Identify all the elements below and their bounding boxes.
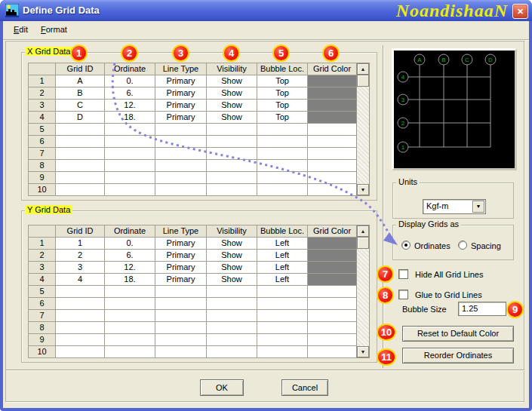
table-cell[interactable] (155, 172, 207, 184)
table-cell[interactable] (155, 184, 207, 196)
table-cell[interactable]: Primary (155, 262, 207, 274)
scroll-track[interactable] (357, 87, 369, 184)
table-cell[interactable]: 3 (56, 262, 105, 274)
table-cell[interactable] (155, 286, 207, 298)
table-cell[interactable] (155, 136, 207, 148)
radio-ordinates[interactable] (401, 241, 411, 250)
grid-color-cell[interactable] (308, 322, 357, 334)
table-cell[interactable] (207, 172, 257, 184)
table-cell[interactable]: Show (207, 87, 257, 100)
table-cell[interactable]: 12. (105, 100, 155, 112)
scroll-down-icon[interactable]: ▼ (357, 184, 369, 195)
dropdown-arrow-icon[interactable]: ▼ (472, 201, 484, 213)
table-cell[interactable]: 6. (105, 87, 155, 100)
x-grid-table[interactable]: Grid IDOrdinateLine TypeVisibilityBubble… (28, 63, 357, 196)
table-cell[interactable]: 4 (56, 274, 105, 286)
table-cell[interactable]: Left (257, 238, 308, 250)
table-cell[interactable] (56, 184, 105, 196)
table-cell[interactable] (207, 298, 257, 310)
units-dropdown[interactable]: Kgf-m ▼ (423, 199, 486, 214)
table-cell[interactable] (257, 160, 308, 172)
table-cell[interactable]: Primary (155, 87, 207, 100)
table-cell[interactable]: C (56, 100, 105, 112)
grid-color-cell[interactable] (308, 124, 357, 136)
table-cell[interactable] (56, 346, 105, 358)
table-cell[interactable] (56, 172, 105, 184)
grid-color-cell[interactable] (308, 172, 357, 184)
table-cell[interactable]: Left (257, 274, 308, 286)
table-cell[interactable]: 12. (105, 262, 155, 274)
table-cell[interactable] (155, 334, 207, 346)
table-cell[interactable]: Primary (155, 274, 207, 286)
table-cell[interactable] (207, 124, 257, 136)
table-cell[interactable]: Show (207, 262, 257, 274)
table-cell[interactable]: Show (207, 75, 257, 87)
table-cell[interactable] (155, 310, 207, 322)
table-cell[interactable]: Show (207, 112, 257, 124)
radio-ordinates-label[interactable]: Ordinates (414, 241, 451, 250)
table-cell[interactable] (105, 286, 155, 298)
table-cell[interactable] (105, 322, 155, 334)
grid-color-cell[interactable] (308, 148, 357, 160)
hide-all-grid-lines-label[interactable]: Hide All Grid Lines (415, 270, 484, 279)
table-cell[interactable] (155, 298, 207, 310)
table-cell[interactable] (207, 286, 257, 298)
scroll-down-icon[interactable]: ▼ (357, 346, 369, 357)
reset-to-default-color-button[interactable]: Reset to Default Color (402, 326, 514, 342)
grid-color-cell[interactable] (308, 262, 357, 274)
table-cell[interactable] (56, 136, 105, 148)
table-cell[interactable] (257, 286, 308, 298)
table-cell[interactable] (257, 136, 308, 148)
table-cell[interactable]: Show (207, 274, 257, 286)
checkbox-hide-all-grid-lines[interactable] (398, 269, 408, 279)
table-cell[interactable] (105, 334, 155, 346)
table-cell[interactable] (105, 310, 155, 322)
table-cell[interactable] (56, 322, 105, 334)
table-cell[interactable]: B (56, 87, 105, 100)
grid-color-cell[interactable] (308, 160, 357, 172)
table-cell[interactable] (56, 334, 105, 346)
y-grid-scrollbar[interactable]: ▲ ▼ (356, 225, 370, 358)
grid-color-cell[interactable] (308, 184, 357, 196)
grid-color-cell[interactable] (308, 298, 357, 310)
grid-color-cell[interactable] (308, 346, 357, 358)
table-cell[interactable] (105, 160, 155, 172)
bubble-size-input[interactable]: 1.25 (458, 302, 506, 316)
table-cell[interactable]: 18. (105, 274, 155, 286)
grid-color-cell[interactable] (308, 274, 357, 286)
scroll-up-icon[interactable]: ▲ (357, 225, 369, 237)
scroll-thumb[interactable] (357, 75, 369, 87)
table-cell[interactable] (155, 160, 207, 172)
scroll-track[interactable] (357, 249, 369, 346)
table-cell[interactable] (257, 124, 308, 136)
table-cell[interactable] (257, 346, 308, 358)
grid-color-cell[interactable] (308, 250, 357, 262)
table-cell[interactable] (207, 346, 257, 358)
table-cell[interactable]: 0. (105, 238, 155, 250)
table-cell[interactable] (207, 184, 257, 196)
table-cell[interactable]: Primary (155, 100, 207, 112)
grid-color-cell[interactable] (308, 100, 357, 112)
table-cell[interactable]: Show (207, 238, 257, 250)
grid-color-cell[interactable] (308, 75, 357, 87)
reorder-ordinates-button[interactable]: Reorder Ordinates (402, 348, 514, 363)
table-cell[interactable] (155, 148, 207, 160)
table-cell[interactable]: Show (207, 250, 257, 262)
table-cell[interactable] (105, 148, 155, 160)
grid-color-cell[interactable] (308, 286, 357, 298)
radio-spacing[interactable] (458, 241, 467, 250)
menu-edit[interactable]: Edit (9, 23, 32, 35)
table-cell[interactable] (207, 148, 257, 160)
table-cell[interactable] (56, 286, 105, 298)
grid-color-cell[interactable] (308, 334, 357, 346)
table-cell[interactable]: Show (207, 100, 257, 112)
glue-to-grid-lines-label[interactable]: Glue to Grid Lines (415, 290, 482, 299)
table-cell[interactable]: 1 (56, 238, 105, 250)
table-cell[interactable]: Left (257, 250, 308, 262)
grid-color-cell[interactable] (308, 310, 357, 322)
table-cell[interactable]: Primary (155, 112, 207, 124)
table-cell[interactable]: Primary (155, 250, 207, 262)
table-cell[interactable] (105, 124, 155, 136)
table-cell[interactable] (155, 346, 207, 358)
table-cell[interactable] (257, 184, 308, 196)
